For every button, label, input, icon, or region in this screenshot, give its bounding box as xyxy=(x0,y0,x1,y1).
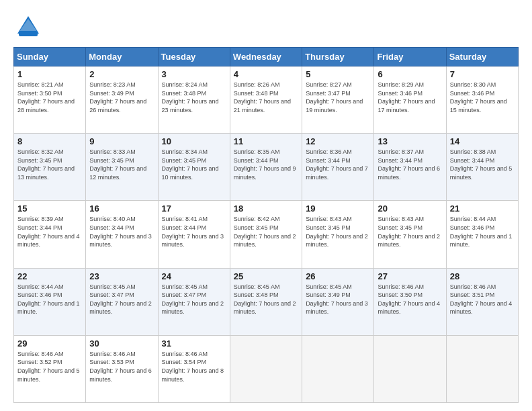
calendar-cell-17: 17Sunrise: 8:41 AMSunset: 3:44 PMDayligh… xyxy=(158,201,230,268)
calendar-cell-29: 29Sunrise: 8:46 AMSunset: 3:52 PMDayligh… xyxy=(14,335,86,402)
calendar-week-row: 22Sunrise: 8:44 AMSunset: 3:46 PMDayligh… xyxy=(14,268,519,335)
day-header-sunday: Sunday xyxy=(14,48,86,66)
calendar-cell-9: 9Sunrise: 8:33 AMSunset: 3:45 PMDaylight… xyxy=(86,134,158,201)
calendar-week-row: 15Sunrise: 8:39 AMSunset: 3:44 PMDayligh… xyxy=(14,201,519,268)
calendar-cell-31: 31Sunrise: 8:46 AMSunset: 3:54 PMDayligh… xyxy=(158,335,230,402)
calendar-table: SundayMondayTuesdayWednesdayThursdayFrid… xyxy=(13,47,519,403)
calendar-cell-13: 13Sunrise: 8:37 AMSunset: 3:44 PMDayligh… xyxy=(374,134,446,201)
calendar-cell-15: 15Sunrise: 8:39 AMSunset: 3:44 PMDayligh… xyxy=(14,201,86,268)
header xyxy=(13,12,519,42)
calendar-cell-19: 19Sunrise: 8:43 AMSunset: 3:45 PMDayligh… xyxy=(302,201,374,268)
calendar-cell-1: 1Sunrise: 8:21 AMSunset: 3:50 PMDaylight… xyxy=(14,66,86,134)
calendar-cell-28: 28Sunrise: 8:46 AMSunset: 3:51 PMDayligh… xyxy=(446,268,518,335)
calendar-cell-22: 22Sunrise: 8:44 AMSunset: 3:46 PMDayligh… xyxy=(14,268,86,335)
day-header-saturday: Saturday xyxy=(446,48,518,66)
calendar-cell-30: 30Sunrise: 8:46 AMSunset: 3:53 PMDayligh… xyxy=(86,335,158,402)
page: SundayMondayTuesdayWednesdayThursdayFrid… xyxy=(0,0,532,411)
calendar-week-row: 29Sunrise: 8:46 AMSunset: 3:52 PMDayligh… xyxy=(14,335,519,402)
day-header-friday: Friday xyxy=(374,48,446,66)
calendar-cell-21: 21Sunrise: 8:44 AMSunset: 3:46 PMDayligh… xyxy=(446,201,518,268)
calendar-cell-5: 5Sunrise: 8:27 AMSunset: 3:47 PMDaylight… xyxy=(302,66,374,134)
svg-marker-1 xyxy=(19,19,38,32)
calendar-week-row: 8Sunrise: 8:32 AMSunset: 3:45 PMDaylight… xyxy=(14,134,519,201)
calendar-cell-empty xyxy=(230,335,302,402)
day-header-thursday: Thursday xyxy=(302,48,374,66)
calendar-cell-8: 8Sunrise: 8:32 AMSunset: 3:45 PMDaylight… xyxy=(14,134,86,201)
calendar-header-row: SundayMondayTuesdayWednesdayThursdayFrid… xyxy=(14,48,519,66)
calendar-cell-16: 16Sunrise: 8:40 AMSunset: 3:44 PMDayligh… xyxy=(86,201,158,268)
calendar-cell-12: 12Sunrise: 8:36 AMSunset: 3:44 PMDayligh… xyxy=(302,134,374,201)
calendar-cell-25: 25Sunrise: 8:45 AMSunset: 3:48 PMDayligh… xyxy=(230,268,302,335)
calendar-cell-empty xyxy=(446,335,518,402)
logo-icon xyxy=(13,12,43,42)
day-header-monday: Monday xyxy=(86,48,158,66)
calendar-cell-27: 27Sunrise: 8:46 AMSunset: 3:50 PMDayligh… xyxy=(374,268,446,335)
calendar-cell-empty xyxy=(374,335,446,402)
calendar-cell-6: 6Sunrise: 8:29 AMSunset: 3:46 PMDaylight… xyxy=(374,66,446,134)
calendar-week-row: 1Sunrise: 8:21 AMSunset: 3:50 PMDaylight… xyxy=(14,66,519,134)
calendar-cell-23: 23Sunrise: 8:45 AMSunset: 3:47 PMDayligh… xyxy=(86,268,158,335)
day-header-tuesday: Tuesday xyxy=(158,48,230,66)
svg-rect-2 xyxy=(19,31,38,36)
calendar-cell-11: 11Sunrise: 8:35 AMSunset: 3:44 PMDayligh… xyxy=(230,134,302,201)
calendar-cell-26: 26Sunrise: 8:45 AMSunset: 3:49 PMDayligh… xyxy=(302,268,374,335)
calendar-cell-14: 14Sunrise: 8:38 AMSunset: 3:44 PMDayligh… xyxy=(446,134,518,201)
calendar-cell-7: 7Sunrise: 8:30 AMSunset: 3:46 PMDaylight… xyxy=(446,66,518,134)
calendar-cell-4: 4Sunrise: 8:26 AMSunset: 3:48 PMDaylight… xyxy=(230,66,302,134)
logo xyxy=(13,12,46,42)
calendar-cell-2: 2Sunrise: 8:23 AMSunset: 3:49 PMDaylight… xyxy=(86,66,158,134)
calendar-cell-20: 20Sunrise: 8:43 AMSunset: 3:45 PMDayligh… xyxy=(374,201,446,268)
calendar-cell-empty xyxy=(302,335,374,402)
calendar-cell-10: 10Sunrise: 8:34 AMSunset: 3:45 PMDayligh… xyxy=(158,134,230,201)
calendar-cell-24: 24Sunrise: 8:45 AMSunset: 3:47 PMDayligh… xyxy=(158,268,230,335)
calendar-cell-18: 18Sunrise: 8:42 AMSunset: 3:45 PMDayligh… xyxy=(230,201,302,268)
calendar-cell-3: 3Sunrise: 8:24 AMSunset: 3:48 PMDaylight… xyxy=(158,66,230,134)
day-header-wednesday: Wednesday xyxy=(230,48,302,66)
